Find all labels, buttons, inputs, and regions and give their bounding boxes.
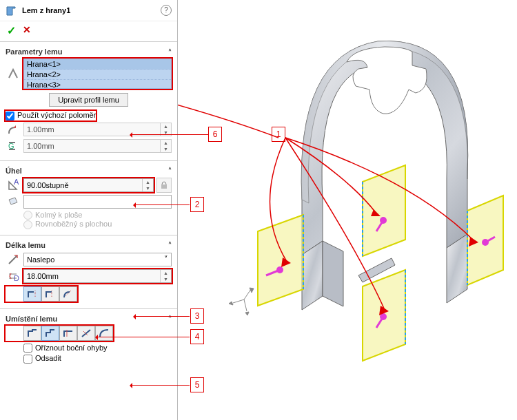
section-title-parametry: Parametry lemu [6, 48, 63, 56]
chevron-up-icon: ˄ [168, 241, 172, 249]
panel-header: Lem z hrany1 ? [0, 0, 177, 21]
section-umisteni: Umístění lemu ˄ Oříznout boční ohyby Ods… [0, 309, 177, 370]
gap-icon: G [6, 138, 21, 154]
lock-icon[interactable] [156, 178, 172, 193]
face-icon [6, 194, 21, 209]
section-title-umisteni: Umístění lemu [6, 315, 57, 323]
svg-text:A: A [14, 179, 19, 186]
length-icon: D [6, 269, 21, 284]
offset-checkbox[interactable]: Odsadit [23, 354, 61, 364]
perpendicular-radio[interactable]: Kolmý k ploše [6, 211, 172, 220]
section-head-uhel[interactable]: Úhel ˄ [6, 167, 172, 175]
angle-input[interactable]: ▲▼ [23, 178, 154, 192]
chevron-down-icon: ˅ [164, 255, 168, 264]
svg-rect-2 [161, 185, 167, 189]
section-head-delka[interactable]: Délka lemu ˄ [6, 241, 172, 249]
help-icon[interactable]: ? [161, 5, 172, 16]
chevron-up-icon: ˄ [168, 167, 172, 174]
cancel-button[interactable]: ✕ [23, 24, 31, 37]
edge-item[interactable]: Hrana<1> [24, 59, 171, 70]
edge-listbox[interactable]: Hrana<1> Hrana<2> Hrana<3> [23, 59, 172, 89]
flange-measure-tangent-button[interactable] [59, 286, 77, 302]
svg-text:G: G [8, 142, 14, 150]
svg-marker-8 [229, 302, 233, 305]
parallel-radio[interactable]: Rovnoběžný s plochou [6, 220, 172, 229]
default-radius-label: Použít výchozí poloměr [17, 111, 96, 119]
section-delka: Délka lemu ˄ Naslepo ˅ D ▲▼ [0, 235, 177, 309]
flange-measure-inner-button[interactable] [41, 286, 59, 302]
feature-panel: Lem z hrany1 ? ✓ ✕ Parametry lemu ˄ Hran… [0, 0, 178, 420]
section-title-delka: Délka lemu [6, 241, 45, 249]
feature-icon [6, 4, 18, 17]
edge-item[interactable]: Hrana<2> [24, 70, 171, 80]
ok-button[interactable]: ✓ [7, 24, 16, 37]
edge-item[interactable]: Hrana<3> [24, 80, 171, 89]
section-title-uhel: Úhel [6, 167, 22, 175]
flange-measure-outer-button[interactable] [23, 286, 41, 302]
panel-title: Lem z hrany1 [22, 6, 161, 14]
trim-side-checkbox[interactable]: Oříznout boční ohyby [23, 344, 108, 353]
default-radius-checkbox[interactable]: Použít výchozí poloměr [6, 111, 96, 119]
confirm-row: ✓ ✕ [0, 21, 177, 42]
endcondition-icon [6, 252, 21, 267]
length-type-dropdown[interactable]: Naslepo ˅ [23, 253, 172, 266]
section-parametry: Parametry lemu ˄ Hrana<1> Hrana<2> Hrana… [0, 42, 177, 161]
length-input[interactable]: ▲▼ [23, 269, 172, 283]
bend-radius-icon [6, 122, 21, 137]
svg-marker-10 [245, 312, 249, 315]
edit-profile-button[interactable]: Upravit profil lemu [49, 93, 128, 107]
position-material-outside-button[interactable] [41, 326, 59, 341]
chevron-up-icon: ˄ [168, 48, 172, 56]
section-uhel: Úhel ˄ A ▲▼ Ko [0, 161, 177, 235]
position-bend-outside-button[interactable] [59, 326, 77, 341]
section-head-parametry[interactable]: Parametry lemu ˄ [6, 48, 172, 56]
edge-collector-icon [6, 66, 21, 81]
direction-input[interactable] [23, 195, 172, 209]
position-material-inside-button[interactable] [23, 326, 41, 341]
radius2-input: ▲▼ [23, 139, 172, 153]
3d-viewport[interactable] [178, 0, 517, 420]
svg-text:D: D [14, 274, 19, 282]
triad-icon [229, 288, 254, 315]
angle-icon: A [6, 178, 21, 193]
model-preview [178, 0, 517, 420]
